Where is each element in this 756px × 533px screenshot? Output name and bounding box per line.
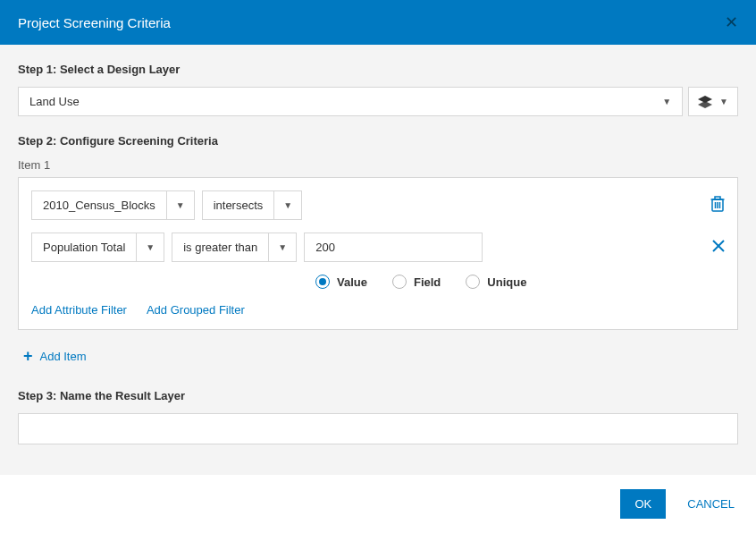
- cancel-button[interactable]: CANCEL: [687, 497, 735, 511]
- field-select-value: Population Total: [32, 233, 137, 261]
- dialog-header: Project Screening Criteria ✕: [0, 0, 756, 45]
- plus-icon: +: [23, 348, 33, 364]
- step-3-label: Step 3: Name the Result Layer: [18, 389, 738, 402]
- remove-filter-button[interactable]: [712, 240, 725, 255]
- operator-value: is greater than: [172, 233, 269, 261]
- dialog-content: Step 1: Select a Design Layer Land Use ▼…: [0, 45, 756, 481]
- layers-icon: [698, 96, 712, 108]
- add-grouped-filter-link[interactable]: Add Grouped Filter: [147, 303, 245, 317]
- radio-icon: [315, 275, 330, 289]
- close-icon[interactable]: ✕: [725, 13, 738, 32]
- operator-select[interactable]: is greater than ▼: [172, 233, 297, 262]
- radio-field[interactable]: Field: [392, 275, 441, 289]
- spatial-operator-select[interactable]: intersects ▼: [202, 190, 303, 220]
- trash-icon: [710, 196, 725, 212]
- step-1-label: Step 1: Select a Design Layer: [18, 63, 738, 76]
- caret-down-icon: ▼: [137, 233, 164, 261]
- radio-unique[interactable]: Unique: [466, 275, 526, 289]
- filter-links: Add Attribute Filter Add Grouped Filter: [31, 303, 725, 317]
- add-attribute-filter-link[interactable]: Add Attribute Filter: [31, 303, 127, 317]
- source-layer-select[interactable]: 2010_Census_Blocks ▼: [31, 190, 195, 220]
- caret-down-icon: ▼: [662, 97, 671, 106]
- caret-down-icon: ▼: [167, 191, 194, 219]
- add-item-label: Add Item: [40, 350, 87, 363]
- design-layer-select[interactable]: Land Use ▼: [18, 87, 683, 116]
- spatial-operator-value: intersects: [203, 191, 275, 219]
- add-item-button[interactable]: + Add Item: [23, 348, 738, 364]
- radio-icon: [466, 275, 480, 289]
- caret-down-icon: ▼: [719, 97, 728, 106]
- ok-button[interactable]: OK: [620, 489, 666, 519]
- item-1-label: Item 1: [18, 158, 738, 172]
- radio-value-label: Value: [337, 275, 367, 289]
- dialog-title: Project Screening Criteria: [18, 15, 171, 30]
- source-layer-value: 2010_Census_Blocks: [32, 191, 167, 219]
- radio-icon: [392, 275, 407, 289]
- design-layer-value: Land Use: [29, 95, 80, 108]
- caret-down-icon: ▼: [269, 233, 296, 261]
- radio-field-label: Field: [414, 275, 441, 289]
- value-type-radio-group: Value Field Unique: [315, 275, 725, 289]
- item-1-panel: 2010_Census_Blocks ▼ intersects ▼: [18, 177, 738, 330]
- field-select[interactable]: Population Total ▼: [31, 233, 164, 262]
- close-icon: [712, 240, 725, 252]
- dialog-footer: OK CANCEL: [0, 475, 756, 533]
- filter-value-input[interactable]: [304, 233, 483, 262]
- svg-rect-7: [715, 197, 720, 199]
- caret-down-icon: ▼: [274, 191, 301, 219]
- svg-marker-1: [698, 101, 712, 108]
- result-layer-name-input[interactable]: [18, 413, 738, 444]
- radio-value[interactable]: Value: [315, 275, 367, 289]
- radio-unique-label: Unique: [487, 275, 526, 289]
- step-2-label: Step 2: Configure Screening Criteria: [18, 134, 738, 148]
- delete-item-button[interactable]: [710, 196, 725, 215]
- layer-options-button[interactable]: ▼: [688, 87, 738, 116]
